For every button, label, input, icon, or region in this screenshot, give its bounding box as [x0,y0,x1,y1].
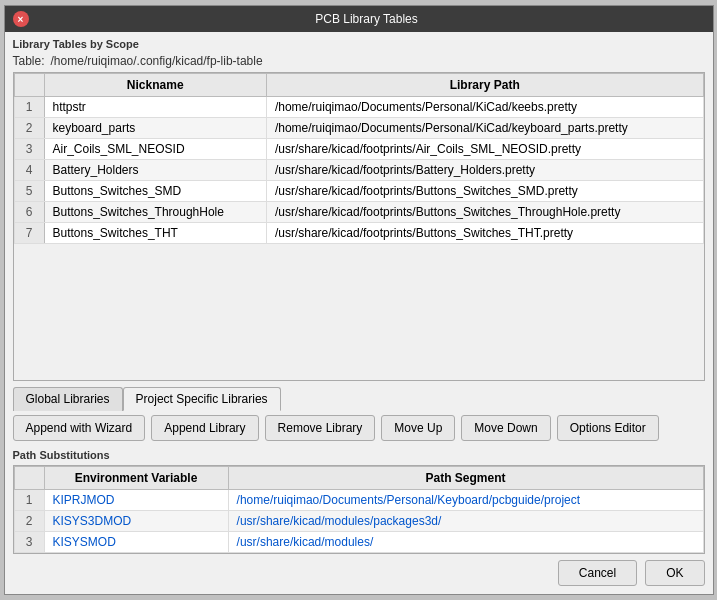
row-num: 1 [14,97,44,118]
table-row[interactable]: 2 keyboard_parts /home/ruiqimao/Document… [14,118,703,139]
scope-section-label: Library Tables by Scope [13,38,705,50]
row-num: 2 [14,118,44,139]
row-nickname: Buttons_Switches_THT [44,223,266,244]
window-title: PCB Library Tables [29,12,705,26]
row-num: 4 [14,160,44,181]
row-num: 1 [14,490,44,511]
table-path-label: Table: [13,54,45,68]
table-row[interactable]: 1 httpstr /home/ruiqimao/Documents/Perso… [14,97,703,118]
path-sub-label: Path Substitutions [13,449,705,461]
row-path-seg: /usr/share/kicad/modules/ [228,532,703,553]
append-library-button[interactable]: Append Library [151,415,258,441]
col-nickname-header: Nickname [44,74,266,97]
tabs-row: Global Libraries Project Specific Librar… [13,387,705,411]
col-libpath-header: Library Path [266,74,703,97]
cancel-button[interactable]: Cancel [558,560,637,586]
path-sub-table-container: Environment Variable Path Segment 1 KIPR… [13,465,705,554]
path-sub-row[interactable]: 2 KISYS3DMOD /usr/share/kicad/modules/pa… [14,511,703,532]
row-nickname: Battery_Holders [44,160,266,181]
library-table: Nickname Library Path 1 httpstr /home/ru… [14,73,704,244]
row-num: 7 [14,223,44,244]
row-num: 3 [14,139,44,160]
row-libpath: /home/ruiqimao/Documents/Personal/KiCad/… [266,118,703,139]
row-env-var: KISYSMOD [44,532,228,553]
path-sub-row[interactable]: 3 KISYSMOD /usr/share/kicad/modules/ [14,532,703,553]
append-with-wizard-button[interactable]: Append with Wizard [13,415,146,441]
table-row[interactable]: 4 Battery_Holders /usr/share/kicad/footp… [14,160,703,181]
main-content: Library Tables by Scope Table: /home/rui… [5,32,713,594]
table-row[interactable]: 6 Buttons_Switches_ThroughHole /usr/shar… [14,202,703,223]
ok-button[interactable]: OK [645,560,704,586]
row-num: 3 [14,532,44,553]
pcb-library-tables-window: × PCB Library Tables Library Tables by S… [4,5,714,595]
table-row[interactable]: 7 Buttons_Switches_THT /usr/share/kicad/… [14,223,703,244]
move-up-button[interactable]: Move Up [381,415,455,441]
row-libpath: /usr/share/kicad/footprints/Buttons_Swit… [266,181,703,202]
path-substitutions-section: Path Substitutions Environment Variable … [13,449,705,554]
library-table-scroll[interactable]: Nickname Library Path 1 httpstr /home/ru… [14,73,704,380]
col-num-header [14,74,44,97]
row-libpath: /home/ruiqimao/Documents/Personal/KiCad/… [266,97,703,118]
row-num: 6 [14,202,44,223]
row-libpath: /usr/share/kicad/footprints/Buttons_Swit… [266,202,703,223]
row-env-var: KIPRJMOD [44,490,228,511]
row-num: 5 [14,181,44,202]
row-env-var: KISYS3DMOD [44,511,228,532]
remove-library-button[interactable]: Remove Library [265,415,376,441]
row-libpath: /usr/share/kicad/footprints/Air_Coils_SM… [266,139,703,160]
footer-buttons: Cancel OK [13,554,705,588]
path-sub-num-header [14,467,44,490]
row-nickname: Air_Coils_SML_NEOSID [44,139,266,160]
library-table-container: Nickname Library Path 1 httpstr /home/ru… [13,72,705,381]
row-path-seg: /home/ruiqimao/Documents/Personal/Keyboa… [228,490,703,511]
row-nickname: Buttons_Switches_ThroughHole [44,202,266,223]
row-libpath: /usr/share/kicad/footprints/Buttons_Swit… [266,223,703,244]
row-path-seg: /usr/share/kicad/modules/packages3d/ [228,511,703,532]
table-row[interactable]: 3 Air_Coils_SML_NEOSID /usr/share/kicad/… [14,139,703,160]
path-sub-row[interactable]: 1 KIPRJMOD /home/ruiqimao/Documents/Pers… [14,490,703,511]
path-sub-seg-header: Path Segment [228,467,703,490]
tab-global-libraries[interactable]: Global Libraries [13,387,123,411]
table-path-row: Table: /home/ruiqimao/.config/kicad/fp-l… [13,54,705,68]
table-row[interactable]: 5 Buttons_Switches_SMD /usr/share/kicad/… [14,181,703,202]
row-libpath: /usr/share/kicad/footprints/Battery_Hold… [266,160,703,181]
row-num: 2 [14,511,44,532]
row-nickname: Buttons_Switches_SMD [44,181,266,202]
titlebar: × PCB Library Tables [5,6,713,32]
close-button[interactable]: × [13,11,29,27]
table-path-value: /home/ruiqimao/.config/kicad/fp-lib-tabl… [51,54,263,68]
action-buttons-row: Append with Wizard Append Library Remove… [13,415,705,441]
path-sub-env-header: Environment Variable [44,467,228,490]
row-nickname: keyboard_parts [44,118,266,139]
row-nickname: httpstr [44,97,266,118]
move-down-button[interactable]: Move Down [461,415,550,441]
path-sub-table: Environment Variable Path Segment 1 KIPR… [14,466,704,553]
options-editor-button[interactable]: Options Editor [557,415,659,441]
tab-project-specific-libraries[interactable]: Project Specific Libraries [123,387,281,411]
